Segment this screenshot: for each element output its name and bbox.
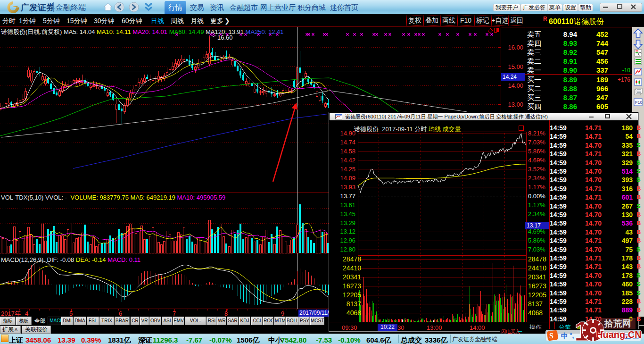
svg-text:F10: F10	[635, 100, 643, 105]
svg-text:S: S	[549, 332, 553, 340]
